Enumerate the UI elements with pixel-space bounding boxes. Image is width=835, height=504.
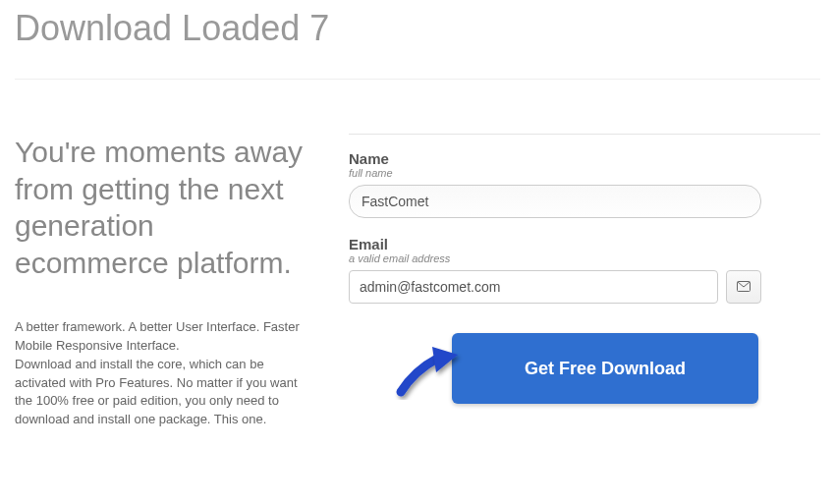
left-column: You're moments away from getting the nex… — [15, 134, 309, 429]
page-title: Download Loaded 7 — [15, 0, 820, 80]
form-column: Name full name Email a valid email addre… — [349, 134, 820, 429]
name-field-group: Name full name — [349, 150, 820, 218]
description-line-1: A better framework. A better User Interf… — [15, 319, 300, 353]
headline: You're moments away from getting the nex… — [15, 134, 309, 281]
email-input[interactable] — [349, 270, 718, 304]
email-field-group: Email a valid email address — [349, 236, 820, 304]
envelope-icon — [737, 278, 751, 296]
name-input[interactable] — [349, 185, 761, 218]
email-label: Email — [349, 236, 820, 252]
email-hint: a valid email address — [349, 252, 820, 264]
email-icon-button[interactable] — [726, 270, 761, 304]
name-hint: full name — [349, 167, 820, 179]
email-row — [349, 270, 761, 304]
description-line-2: Download and install the core, which can… — [15, 357, 298, 427]
name-label: Name — [349, 150, 820, 167]
get-free-download-button[interactable]: Get Free Download — [452, 333, 758, 404]
description: A better framework. A better User Interf… — [15, 318, 309, 429]
content-area: You're moments away from getting the nex… — [15, 134, 820, 429]
